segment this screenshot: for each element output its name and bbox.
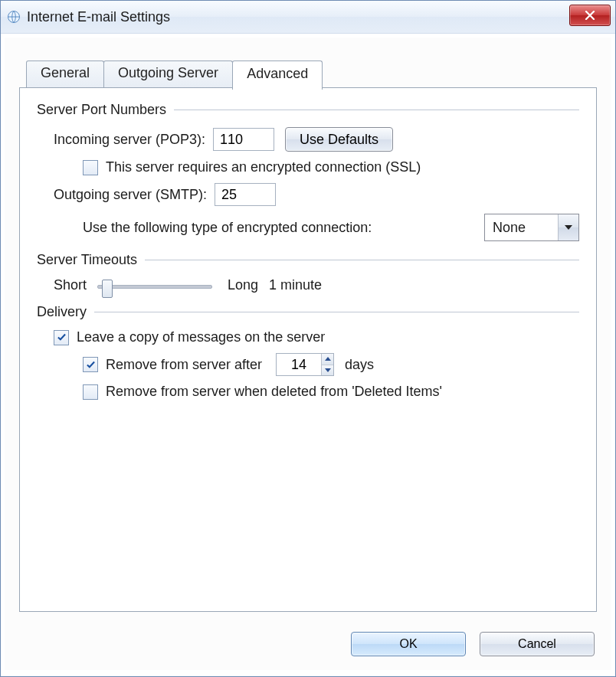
divider <box>145 260 579 260</box>
group-delivery-title: Delivery <box>37 304 94 320</box>
outgoing-port-input[interactable] <box>215 183 276 206</box>
checkbox-icon <box>83 357 98 372</box>
remove-after-days-input[interactable] <box>277 354 321 375</box>
globe-mail-icon <box>7 10 21 24</box>
tab-page-advanced: Server Port Numbers Incoming server (POP… <box>19 87 597 612</box>
incoming-server-label: Incoming server (POP3): <box>54 132 205 148</box>
group-delivery: Delivery Leave a copy of messages on the… <box>37 304 579 400</box>
group-server-ports: Server Port Numbers Incoming server (POP… <box>37 102 579 241</box>
titlebar: Internet E-mail Settings <box>1 1 615 34</box>
checkbox-icon <box>83 160 98 175</box>
encryption-type-value: None <box>485 220 558 236</box>
timeout-short-label: Short <box>54 277 87 293</box>
remove-when-deleted-label: Remove from server when deleted from 'De… <box>106 384 442 400</box>
dialog-footer: OK Cancel <box>351 632 595 656</box>
tab-outgoing-label: Outgoing Server <box>118 65 218 80</box>
slider-track <box>97 285 212 289</box>
client-area: General Outgoing Server Advanced Server … <box>5 38 611 670</box>
dialog-window: Internet E-mail Settings General Outgoin… <box>0 0 616 677</box>
checkbox-icon <box>83 384 98 400</box>
encryption-type-label: Use the following type of encrypted conn… <box>83 220 372 236</box>
window-title: Internet E-mail Settings <box>27 9 170 25</box>
tab-advanced-label: Advanced <box>247 66 308 81</box>
divider <box>94 312 579 312</box>
cancel-button[interactable]: Cancel <box>480 632 595 656</box>
tab-general[interactable]: General <box>26 61 104 88</box>
divider <box>174 110 579 110</box>
timeout-slider[interactable] <box>97 278 212 293</box>
checkbox-icon <box>54 330 69 345</box>
group-server-ports-title: Server Port Numbers <box>37 102 174 118</box>
tab-advanced[interactable]: Advanced <box>232 61 323 90</box>
leave-copy-checkbox[interactable]: Leave a copy of messages on the server <box>54 329 325 345</box>
tab-general-label: General <box>41 65 90 80</box>
close-button[interactable] <box>569 5 611 26</box>
tab-strip: General Outgoing Server Advanced <box>26 61 323 88</box>
use-defaults-button[interactable]: Use Defaults <box>285 127 393 152</box>
chevron-up-icon <box>325 357 331 361</box>
ssl-checkbox[interactable]: This server requires an encrypted connec… <box>83 159 421 175</box>
spinner-down-button[interactable] <box>322 365 333 376</box>
timeout-long-label: Long <box>228 277 258 293</box>
group-timeouts-title: Server Timeouts <box>37 252 145 268</box>
ok-button[interactable]: OK <box>351 632 466 656</box>
spinner-up-button[interactable] <box>322 354 333 365</box>
chevron-down-icon <box>325 368 331 372</box>
group-server-timeouts: Server Timeouts Short Long 1 minute <box>37 252 579 293</box>
incoming-port-input[interactable] <box>213 128 274 151</box>
chevron-down-icon <box>565 225 572 230</box>
leave-copy-label: Leave a copy of messages on the server <box>77 329 325 345</box>
encryption-type-select[interactable]: None <box>484 214 579 241</box>
remove-after-label: Remove from server after <box>106 357 262 373</box>
timeout-value: 1 minute <box>269 277 322 293</box>
remove-when-deleted-checkbox[interactable]: Remove from server when deleted from 'De… <box>83 384 442 400</box>
remove-after-checkbox[interactable]: Remove from server after <box>83 357 262 373</box>
outgoing-server-label: Outgoing server (SMTP): <box>54 187 207 203</box>
tab-outgoing-server[interactable]: Outgoing Server <box>103 61 233 88</box>
dropdown-button[interactable] <box>558 214 578 240</box>
slider-thumb[interactable] <box>102 280 113 298</box>
ssl-checkbox-label: This server requires an encrypted connec… <box>106 159 421 175</box>
days-label: days <box>345 357 374 373</box>
remove-after-days-spinner[interactable] <box>276 353 334 376</box>
